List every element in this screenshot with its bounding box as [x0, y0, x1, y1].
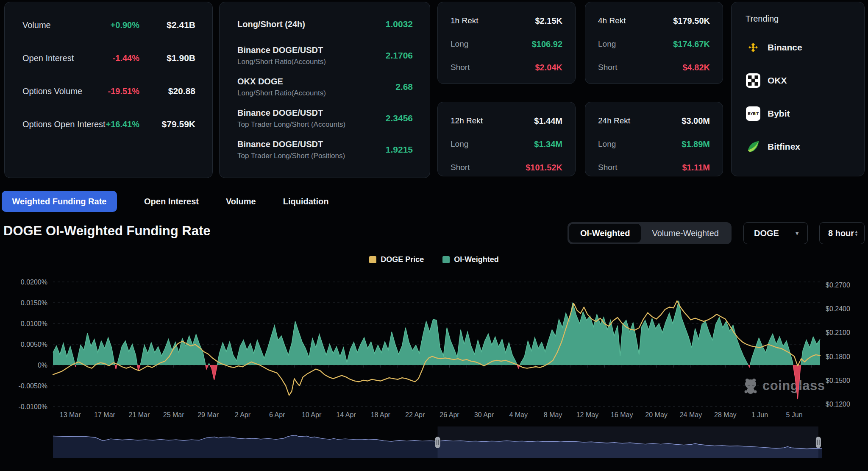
trending-name: OKX: [768, 75, 787, 86]
ls-row-24h: Long/Short (24h) 1.0032: [237, 13, 413, 35]
svg-text:$0.1500: $0.1500: [826, 377, 850, 384]
toggle-volume-weighted[interactable]: Volume-Weighted: [641, 224, 730, 242]
trending-name: Bybit: [768, 109, 790, 119]
weighting-toggle: OI-Weighted Volume-Weighted: [568, 222, 732, 244]
doge-funding-dashboard: Volume +0.90% $2.41B Open Interest -1.44…: [0, 0, 868, 471]
svg-text:30 Apr: 30 Apr: [474, 411, 494, 418]
rekt-short-value: $101.52K: [526, 163, 562, 173]
svg-text:$0.1800: $0.1800: [826, 353, 850, 360]
svg-text:$0.2100: $0.2100: [826, 329, 850, 336]
svg-text:4 May: 4 May: [509, 411, 528, 418]
navigator-handle[interactable]: [816, 437, 821, 448]
svg-text:0.0150%: 0.0150%: [21, 299, 47, 307]
rekt-title: 4h Rekt: [598, 16, 626, 25]
svg-text:29 Mar: 29 Mar: [198, 411, 219, 418]
stat-change: +0.90%: [111, 20, 139, 30]
stat-label: Options Volume: [22, 86, 82, 96]
legend-item-doge-price[interactable]: DOGE Price: [369, 255, 424, 264]
doge-price-swatch: [369, 256, 376, 263]
binance-logo-icon: [746, 40, 761, 55]
rekt-short-value: $2.04K: [535, 63, 563, 72]
toggle-oi-weighted[interactable]: OI-Weighted: [569, 224, 641, 242]
trending-card: Trending Binance OKX BYBIT: [731, 2, 865, 176]
stat-label: Open Interest: [22, 53, 74, 63]
svg-text:17 Mar: 17 Mar: [94, 411, 115, 418]
tab-liquidation[interactable]: Liquidation: [283, 197, 329, 206]
rekt-card-4h: 4h Rekt$179.50K Long$174.67K Short$4.82K: [585, 2, 723, 84]
stat-change: -19.51%: [108, 86, 140, 96]
legend-label: DOGE Price: [381, 255, 424, 264]
svg-text:14 Apr: 14 Apr: [336, 411, 356, 418]
page-title: DOGE OI-Weighted Funding Rate: [3, 223, 211, 239]
rekt-total: $2.15K: [535, 16, 563, 26]
rekt-total: $3.00M: [682, 116, 710, 126]
svg-text:10 Apr: 10 Apr: [302, 411, 322, 418]
rekt-long-label: Long: [451, 39, 468, 49]
ls-title: OKX DOGE: [237, 77, 395, 86]
stat-value: $79.59K: [139, 119, 195, 129]
svg-text:0.0200%: 0.0200%: [21, 279, 47, 286]
svg-text:26 Apr: 26 Apr: [440, 411, 459, 418]
rekt-long-label: Long: [598, 139, 616, 149]
legend-item-oi-weighted[interactable]: OI-Weighted: [442, 255, 499, 264]
ls-row-toptrader-accounts: Binance DOGE/USDT Top Trader Long/Short …: [237, 107, 413, 129]
svg-text:21 Mar: 21 Mar: [129, 411, 150, 418]
rekt-total: $1.44M: [534, 116, 562, 126]
svg-text:2 Apr: 2 Apr: [235, 411, 251, 418]
interval-select[interactable]: 8 hour ▲▼: [819, 222, 865, 244]
market-stats-card: Volume +0.90% $2.41B Open Interest -1.44…: [4, 2, 213, 178]
svg-text:8 May: 8 May: [544, 411, 562, 418]
rekt-short-value: $1.11M: [682, 163, 710, 173]
chevron-down-icon: ▼: [794, 230, 800, 237]
tab-open-interest[interactable]: Open Interest: [144, 197, 199, 206]
svg-text:0.0100%: 0.0100%: [21, 320, 47, 327]
ls-row-toptrader-positions: Binance DOGE/USDT Top Trader Long/Short …: [237, 139, 413, 161]
rekt-long-value: $1.34M: [534, 139, 562, 149]
trending-name: Binance: [768, 42, 802, 53]
svg-text:13 Mar: 13 Mar: [60, 411, 81, 418]
rekt-long-value: $174.67K: [673, 39, 710, 49]
ls-subtitle: Top Trader Long/Short (Accounts): [237, 120, 386, 129]
oi-weighted-swatch: [442, 256, 450, 263]
svg-text:1 Jun: 1 Jun: [751, 411, 768, 418]
up-down-arrows-icon: ▲▼: [854, 230, 858, 237]
ls-subtitle: Long/Short Ratio(Accounts): [237, 89, 395, 98]
rekt-title: 24h Rekt: [598, 116, 630, 125]
tab-weighted-funding-rate[interactable]: Weighted Funding Rate: [2, 191, 117, 212]
trending-name: Bitfinex: [768, 142, 800, 152]
trending-item-okx[interactable]: OKX: [746, 71, 864, 90]
svg-text:28 May: 28 May: [714, 411, 736, 418]
stat-row-volume: Volume +0.90% $2.41B: [22, 15, 195, 35]
symbol-select-value: DOGE: [754, 229, 779, 238]
chart-navigator[interactable]: [53, 426, 822, 460]
tab-volume[interactable]: Volume: [226, 197, 256, 206]
ls-subtitle: Top Trader Long/Short (Positions): [237, 152, 386, 160]
stat-value: $20.88: [139, 86, 195, 96]
trending-item-bitfinex[interactable]: Bitfinex: [746, 137, 864, 156]
svg-text:0%: 0%: [38, 362, 47, 369]
svg-text:5 Jun: 5 Jun: [786, 411, 802, 418]
rekt-long-label: Long: [451, 139, 468, 149]
stat-row-open-interest: Open Interest -1.44% $1.90B: [22, 48, 195, 68]
symbol-select[interactable]: DOGE ▼: [743, 222, 808, 244]
svg-text:20 May: 20 May: [645, 411, 667, 418]
rekt-long-label: Long: [598, 39, 616, 49]
trending-item-bybit[interactable]: BYBIT Bybit: [746, 104, 864, 123]
rekt-title: 1h Rekt: [451, 16, 478, 25]
ls-row-binance-accounts: Binance DOGE/USDT Long/Short Ratio(Accou…: [237, 45, 413, 67]
trending-item-binance[interactable]: Binance: [746, 38, 864, 57]
stat-value: $2.41B: [139, 20, 195, 30]
rekt-short-label: Short: [451, 63, 470, 72]
rekt-long-value: $1.89M: [682, 139, 710, 149]
svg-text:24 May: 24 May: [680, 411, 702, 418]
navigator-handle[interactable]: [435, 437, 440, 448]
ls-value: 2.3456: [386, 113, 413, 123]
stat-row-options-open-interest: Options Open Interest +16.41% $79.59K: [22, 114, 195, 134]
trending-title: Trending: [746, 14, 864, 24]
funding-rate-chart[interactable]: 0.0200%0.0150%0.0100%0.0050%0%-0.0050%-0…: [0, 267, 868, 428]
stat-change: +16.41%: [106, 120, 139, 129]
svg-text:18 Apr: 18 Apr: [371, 411, 391, 418]
interval-select-value: 8 hour: [828, 229, 854, 238]
ls-title: Binance DOGE/USDT: [237, 139, 386, 149]
rekt-long-value: $106.92: [532, 39, 562, 49]
